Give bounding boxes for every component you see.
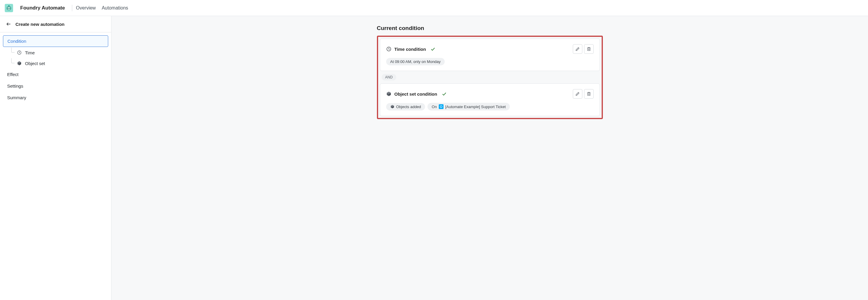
object-type-name: [Automate Example] Support Ticket <box>445 105 506 109</box>
cube-icon <box>17 61 22 66</box>
svg-point-1 <box>8 8 9 9</box>
sidebar-item-condition[interactable]: Condition <box>3 35 108 47</box>
sidebar-item-summary[interactable]: Summary <box>3 92 108 103</box>
svg-point-4 <box>9 5 9 6</box>
delete-button[interactable] <box>584 89 594 99</box>
checkmark-icon <box>441 91 447 97</box>
svg-point-14 <box>440 106 442 108</box>
sidebar-subitem-object-set[interactable]: Object set <box>3 58 108 68</box>
nav-overview[interactable]: Overview <box>76 5 96 11</box>
checkmark-icon <box>430 46 435 52</box>
objects-added-chip-text: Objects added <box>396 105 421 109</box>
sidebar-subitem-time-label: Time <box>25 50 35 55</box>
object-type-chip: On [Automate Example] Support Ticket <box>428 103 510 110</box>
top-bar: Foundry Automate Overview Automations <box>0 0 868 16</box>
sidebar: Create new automation Condition Time <box>0 16 112 300</box>
nav-divider <box>72 5 72 11</box>
time-condition-title: Time condition <box>395 47 426 52</box>
sidebar-subitem-object-set-label: Object set <box>25 61 45 66</box>
clock-icon <box>386 46 392 52</box>
app-title: Foundry Automate <box>20 5 65 11</box>
object-set-condition-card: Object set condition <box>380 84 600 116</box>
sidebar-header: Create new automation <box>0 16 111 32</box>
section-title: Current condition <box>377 25 603 32</box>
cube-plus-icon <box>390 105 395 109</box>
on-label: On <box>432 105 437 109</box>
sidebar-item-effect[interactable]: Effect <box>3 69 108 80</box>
sidebar-item-settings[interactable]: Settings <box>3 80 108 92</box>
schedule-chip-text: At 09:00 AM, only on Monday <box>390 59 441 64</box>
connector-badge: AND <box>382 74 396 80</box>
object-set-condition-title: Object set condition <box>395 92 437 97</box>
delete-button[interactable] <box>584 44 594 54</box>
schedule-chip: At 09:00 AM, only on Monday <box>386 58 445 65</box>
back-arrow-icon[interactable] <box>6 22 11 27</box>
condition-connector: AND <box>382 74 600 80</box>
edit-button[interactable] <box>573 89 582 99</box>
clock-icon <box>17 50 22 55</box>
app-logo <box>5 4 13 12</box>
sidebar-page-title: Create new automation <box>16 22 64 27</box>
sidebar-subitem-time[interactable]: Time <box>3 47 108 58</box>
edit-button[interactable] <box>573 44 582 54</box>
cube-icon <box>386 91 392 97</box>
nav-automations[interactable]: Automations <box>102 5 128 11</box>
objects-added-chip: Objects added <box>386 103 425 110</box>
time-condition-card: Time condition <box>380 39 600 71</box>
conditions-highlight: Time condition <box>377 36 603 119</box>
main-content: Current condition Time condition <box>112 16 868 300</box>
object-type-icon <box>439 104 443 109</box>
svg-point-2 <box>9 8 10 9</box>
